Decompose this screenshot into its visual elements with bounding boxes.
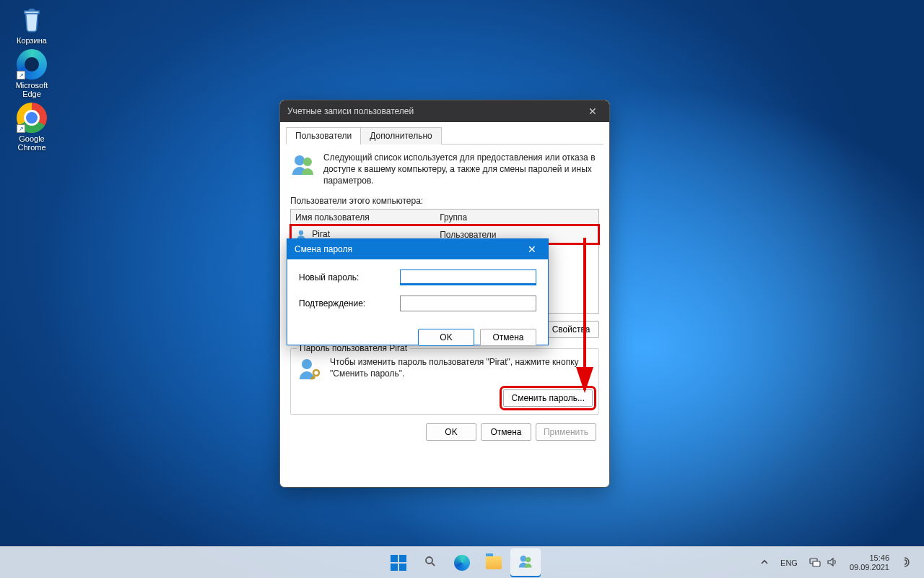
taskbar-edge[interactable] [447, 548, 477, 577]
users-large-icon [290, 152, 316, 178]
edge-icon [454, 555, 470, 571]
svg-point-7 [426, 557, 432, 564]
taskbar-user-accounts[interactable] [510, 548, 541, 577]
password-groupbox: Пароль пользователя Pirat Чтобы изменить… [290, 348, 599, 415]
recycle-bin-icon [17, 4, 47, 35]
desktop-icon-recycle-bin[interactable]: Корзина [7, 4, 56, 45]
header-group[interactable]: Группа [435, 210, 598, 226]
tab-advanced[interactable]: Дополнительно [360, 127, 441, 144]
tab-strip: Пользователи Дополнительно [286, 126, 603, 144]
notification-icon [902, 556, 913, 569]
apply-button: Применить [536, 423, 596, 441]
modal-cancel-button[interactable]: Отмена [480, 329, 536, 346]
windows-logo-icon [391, 555, 406, 571]
taskbar-center [383, 548, 541, 577]
close-button[interactable]: ✕ [580, 100, 605, 122]
notifications-button[interactable] [897, 548, 918, 577]
confirm-password-label: Подтверждение: [299, 298, 400, 309]
shortcut-arrow-icon: ↗ [17, 124, 25, 133]
taskbar: ENG 15:46 09.09.2021 [0, 546, 924, 578]
properties-button[interactable]: Свойства [543, 321, 599, 338]
svg-rect-12 [813, 561, 820, 566]
user-accounts-icon [518, 553, 533, 572]
confirm-password-input[interactable] [400, 296, 536, 311]
svg-line-8 [432, 563, 435, 566]
recycle-bin-label: Корзина [17, 36, 47, 45]
svg-point-2 [299, 230, 303, 234]
titlebar[interactable]: Учетные записи пользователей ✕ [280, 100, 609, 122]
dialog-buttons: OK Отмена Применить [286, 415, 603, 441]
chevron-up-icon [760, 558, 769, 568]
search-icon [424, 556, 436, 570]
clock-date: 09.09.2021 [850, 563, 889, 572]
change-password-dialog: Смена пароля ✕ Новый пароль: Подтвержден… [287, 238, 549, 345]
modal-close-button[interactable]: ✕ [519, 239, 545, 259]
tray-overflow-button[interactable] [756, 548, 773, 577]
window-title: Учетные записи пользователей [287, 106, 414, 116]
chrome-label: Google Chrome [7, 134, 56, 152]
svg-point-1 [303, 158, 312, 166]
modal-title: Смена пароля [295, 244, 352, 254]
intro-text: Следующий список используется для предос… [323, 152, 599, 187]
network-icon [809, 556, 821, 569]
taskbar-explorer[interactable] [479, 548, 509, 577]
new-password-label: Новый пароль: [299, 272, 400, 282]
svg-point-9 [520, 556, 527, 562]
desktop-icons: Корзина ↗ Microsoft Edge ↗ Google Chrome [7, 4, 56, 152]
shortcut-arrow-icon: ↗ [17, 71, 25, 79]
svg-point-0 [295, 155, 305, 165]
svg-point-10 [526, 556, 531, 561]
cancel-button[interactable]: Отмена [481, 423, 531, 441]
tab-users[interactable]: Пользователи [286, 127, 361, 144]
cell-username: Pirat [312, 229, 330, 239]
chrome-icon: ↗ [17, 103, 47, 133]
edge-label: Microsoft Edge [7, 81, 56, 98]
list-label: Пользователи этого компьютера: [286, 194, 603, 209]
start-button[interactable] [383, 548, 414, 577]
new-password-input[interactable] [400, 269, 536, 285]
desktop-icon-chrome[interactable]: ↗ Google Chrome [7, 103, 56, 152]
change-password-button[interactable]: Сменить пароль... [503, 389, 593, 407]
ok-button[interactable]: OK [426, 423, 476, 441]
svg-point-3 [302, 359, 312, 369]
modal-buttons: OK Отмена [287, 329, 548, 355]
header-username[interactable]: Имя пользователя [291, 210, 435, 226]
volume-icon [827, 556, 838, 569]
intro-row: Следующий список используется для предос… [286, 149, 603, 194]
close-icon: ✕ [528, 243, 536, 255]
table-header-row: Имя пользователя Группа [291, 210, 598, 226]
key-user-icon [297, 356, 323, 382]
system-tray: ENG 15:46 09.09.2021 [756, 548, 918, 577]
modal-titlebar[interactable]: Смена пароля ✕ [287, 239, 548, 259]
close-icon: ✕ [588, 105, 597, 117]
svg-point-4 [313, 370, 319, 376]
desktop: Корзина ↗ Microsoft Edge ↗ Google Chrome… [0, 0, 924, 578]
clock[interactable]: 15:46 09.09.2021 [847, 553, 892, 571]
modal-body: Новый пароль: Подтверждение: [287, 259, 548, 329]
edge-icon: ↗ [17, 49, 47, 79]
groupbox-text: Чтобы изменить пароль пользователя "Pira… [330, 356, 593, 382]
network-volume-button[interactable] [805, 556, 842, 569]
modal-ok-button[interactable]: OK [418, 329, 474, 346]
file-explorer-icon [486, 556, 502, 569]
clock-time: 15:46 [850, 553, 889, 563]
desktop-icon-edge[interactable]: ↗ Microsoft Edge [7, 49, 56, 98]
search-button[interactable] [415, 548, 445, 577]
language-indicator[interactable]: ENG [777, 558, 801, 567]
